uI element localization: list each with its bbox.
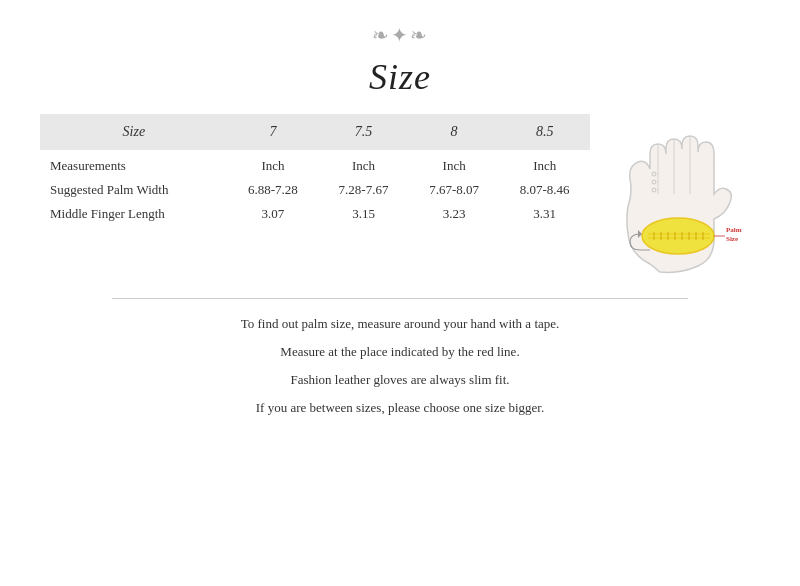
finger-label: Middle Finger Length — [40, 202, 228, 230]
measurements-val-1: Inch — [318, 150, 409, 178]
instruction-line-4: If you are between sizes, please choose … — [241, 395, 560, 421]
instructions-section: To find out palm size, measure around yo… — [241, 311, 560, 423]
page-container: ❧✦❧ Size Size 7 7.5 8 8.5 Measurements I… — [0, 0, 800, 586]
instruction-line-3: Fashion leather gloves are always slim f… — [241, 367, 560, 393]
content-row: Size 7 7.5 8 8.5 Measurements Inch Inch … — [40, 114, 760, 284]
col-7-5: 7.5 — [318, 114, 409, 150]
col-8-5: 8.5 — [499, 114, 590, 150]
palm-val-3: 8.07-8.46 — [499, 178, 590, 202]
svg-text:Size: Size — [726, 235, 738, 243]
measurements-row: Measurements Inch Inch Inch Inch — [40, 150, 590, 178]
svg-text:❧✦❧: ❧✦❧ — [372, 24, 429, 46]
finger-val-2: 3.23 — [409, 202, 500, 230]
section-divider — [112, 298, 688, 299]
palm-val-0: 6.88-7.28 — [228, 178, 319, 202]
measurements-val-3: Inch — [499, 150, 590, 178]
finger-val-1: 3.15 — [318, 202, 409, 230]
palm-row: Suggested Palm Width 6.88-7.28 7.28-7.67… — [40, 178, 590, 202]
svg-text:Palm: Palm — [726, 226, 742, 234]
measurements-val-0: Inch — [228, 150, 319, 178]
finger-val-0: 3.07 — [228, 202, 319, 230]
table-section: Size 7 7.5 8 8.5 Measurements Inch Inch … — [40, 114, 590, 230]
page-title: Size — [369, 56, 431, 98]
col-7: 7 — [228, 114, 319, 150]
instruction-line-2: Measure at the place indicated by the re… — [241, 339, 560, 365]
measurements-val-2: Inch — [409, 150, 500, 178]
palm-val-1: 7.28-7.67 — [318, 178, 409, 202]
measurements-label: Measurements — [40, 150, 228, 178]
instruction-line-1: To find out palm size, measure around yo… — [241, 311, 560, 337]
finger-val-3: 3.31 — [499, 202, 590, 230]
table-header-row: Size 7 7.5 8 8.5 — [40, 114, 590, 150]
finger-row: Middle Finger Length 3.07 3.15 3.23 3.31 — [40, 202, 590, 230]
col-8: 8 — [409, 114, 500, 150]
palm-val-2: 7.67-8.07 — [409, 178, 500, 202]
glove-section: Palm Size — [600, 114, 760, 284]
size-table: Size 7 7.5 8 8.5 Measurements Inch Inch … — [40, 114, 590, 230]
glove-illustration: Palm Size — [610, 124, 750, 284]
palm-label: Suggested Palm Width — [40, 178, 228, 202]
ornament-decoration: ❧✦❧ — [360, 20, 440, 54]
col-size-label: Size — [40, 114, 228, 150]
